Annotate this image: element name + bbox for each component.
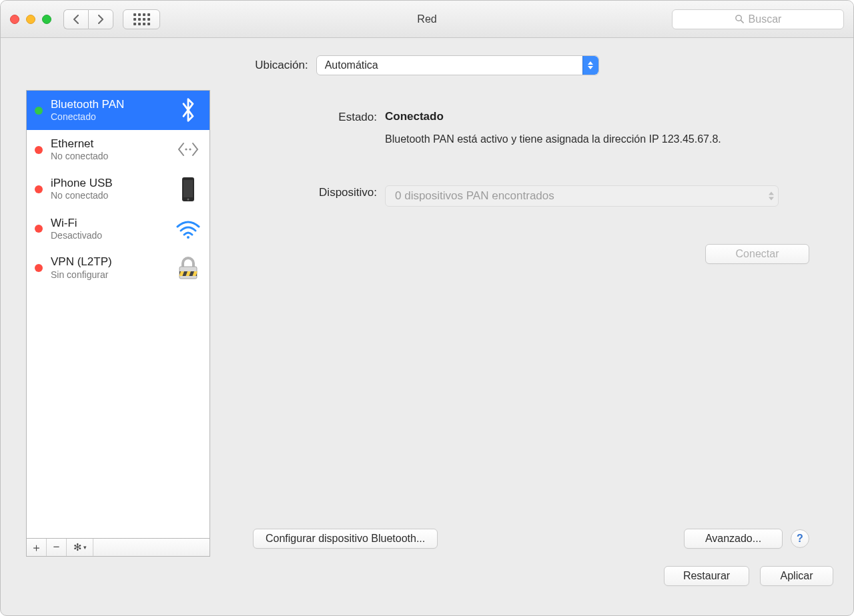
service-ethernet[interactable]: Ethernet No conectado <box>27 130 209 169</box>
advanced-button[interactable]: Avanzado... <box>684 529 783 549</box>
chevron-down-icon: ▾ <box>83 544 87 551</box>
service-status: No conectado <box>51 190 165 202</box>
help-button[interactable]: ? <box>791 529 809 548</box>
detail-pane: Estado: Conectado Bluetooth PAN está act… <box>230 90 833 557</box>
device-value: 0 dispositivos PAN encontrados <box>395 189 554 203</box>
window-title: Red <box>417 13 436 25</box>
service-name: VPN (L2TP) <box>51 255 165 269</box>
services-list: Bluetooth PAN Conectado Ethernet No cone… <box>26 90 210 538</box>
select-stepper-icon <box>769 192 774 201</box>
chevron-left-icon <box>72 15 80 24</box>
service-status: Conectado <box>51 111 165 123</box>
svg-point-2 <box>185 149 187 151</box>
pane-bottom-row: Configurar dispositivo Bluetooth... Avan… <box>230 529 809 549</box>
search-field[interactable]: Buscar <box>672 9 844 29</box>
search-placeholder: Buscar <box>749 13 782 25</box>
select-stepper-icon <box>582 56 598 75</box>
add-service-button[interactable]: ＋ <box>27 539 47 556</box>
status-description: Bluetooth PAN está activo y tiene asigna… <box>385 131 745 147</box>
nav-group <box>63 9 113 29</box>
service-name: iPhone USB <box>51 176 165 190</box>
status-dot-icon <box>35 264 43 272</box>
service-name: Wi-Fi <box>51 216 165 230</box>
bluetooth-icon <box>173 97 203 123</box>
gear-icon: ✻ <box>73 541 82 553</box>
chevron-right-icon <box>97 15 105 24</box>
device-label: Dispositivo: <box>230 185 377 207</box>
service-status: Desactivado <box>51 230 165 242</box>
svg-point-3 <box>189 149 191 151</box>
svg-point-7 <box>187 236 189 239</box>
wifi-icon <box>173 219 203 239</box>
status-dot-icon <box>35 225 43 233</box>
minimize-window-button[interactable] <box>26 15 35 24</box>
service-status: No conectado <box>51 151 165 163</box>
location-row: Ubicación: Automática <box>1 38 853 90</box>
footer-buttons: Restaurar Aplicar <box>1 557 853 586</box>
lock-icon <box>173 255 203 281</box>
location-select[interactable]: Automática <box>316 55 599 75</box>
connect-row: Conectar <box>230 244 809 264</box>
zoom-window-button[interactable] <box>42 15 51 24</box>
service-name: Bluetooth PAN <box>51 97 165 111</box>
show-all-button[interactable] <box>123 9 160 29</box>
close-window-button[interactable] <box>10 15 19 24</box>
forward-button[interactable] <box>88 9 113 29</box>
device-row: Dispositivo: 0 dispositivos PAN encontra… <box>230 185 809 207</box>
body: Bluetooth PAN Conectado Ethernet No cone… <box>1 90 853 557</box>
svg-point-6 <box>187 198 189 200</box>
service-vpn[interactable]: VPN (L2TP) Sin configurar <box>27 248 209 287</box>
service-actions-menu[interactable]: ✻ ▾ <box>67 539 93 556</box>
service-bluetooth-pan[interactable]: Bluetooth PAN Conectado <box>27 91 209 130</box>
connect-button[interactable]: Conectar <box>705 244 809 264</box>
location-label: Ubicación: <box>255 59 308 72</box>
ethernet-icon <box>173 138 203 161</box>
service-name: Ethernet <box>51 137 165 151</box>
sidebar-footer: ＋ − ✻ ▾ <box>26 538 210 557</box>
status-dot-icon <box>35 107 43 115</box>
status-dot-icon <box>35 185 43 193</box>
device-select[interactable]: 0 dispositivos PAN encontrados <box>385 185 779 207</box>
svg-rect-5 <box>183 180 193 197</box>
status-row: Estado: Conectado Bluetooth PAN está act… <box>230 110 809 147</box>
status-label: Estado: <box>230 110 377 147</box>
service-wifi[interactable]: Wi-Fi Desactivado <box>27 209 209 249</box>
service-status: Sin configurar <box>51 269 165 281</box>
status-dot-icon <box>35 146 43 154</box>
sidebar-column: Bluetooth PAN Conectado Ethernet No cone… <box>26 90 210 557</box>
phone-icon <box>173 176 203 203</box>
configure-bluetooth-button[interactable]: Configurar dispositivo Bluetooth... <box>253 529 438 549</box>
search-icon <box>735 14 745 24</box>
remove-service-button[interactable]: − <box>47 539 67 556</box>
window-controls <box>10 15 51 24</box>
apply-button[interactable]: Aplicar <box>760 566 833 586</box>
grid-icon <box>133 13 150 25</box>
revert-button[interactable]: Restaurar <box>664 566 749 586</box>
service-iphone-usb[interactable]: iPhone USB No conectado <box>27 169 209 209</box>
svg-line-1 <box>741 20 743 23</box>
status-value: Conectado <box>385 110 809 123</box>
location-value: Automática <box>325 59 378 71</box>
network-preferences-window: Red Buscar Ubicación: Automática Bluetoo… <box>0 0 854 616</box>
back-button[interactable] <box>63 9 88 29</box>
titlebar: Red Buscar <box>1 1 853 38</box>
